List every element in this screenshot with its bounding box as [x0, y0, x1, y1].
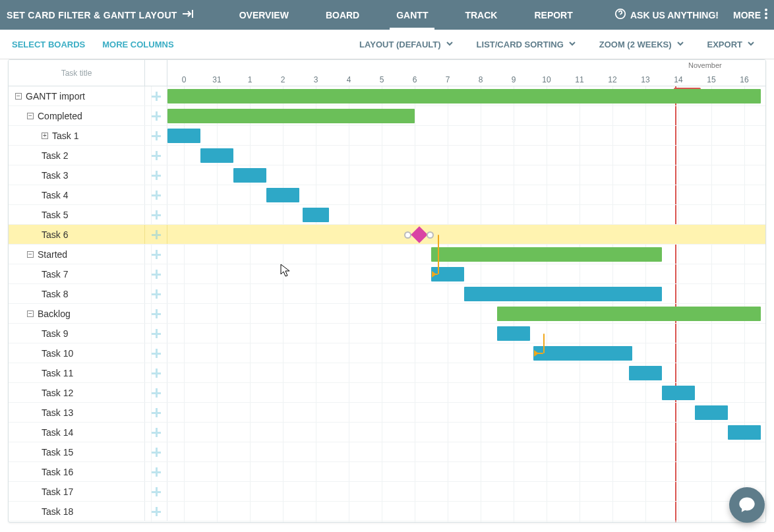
add-task-button[interactable]: [145, 264, 167, 283]
task-label[interactable]: −Completed: [9, 106, 145, 125]
timeline-cell[interactable]: [167, 185, 765, 204]
timeline-cell[interactable]: [167, 502, 765, 521]
milestone-handle-left[interactable]: [404, 231, 411, 239]
list-card-sorting-dropdown[interactable]: LIST/CARD SORTING: [477, 39, 577, 50]
timeline-cell[interactable]: [167, 324, 765, 343]
timeline-cell[interactable]: [167, 403, 765, 422]
gantt-bar[interactable]: [167, 109, 415, 123]
add-task-button[interactable]: [145, 343, 167, 363]
task-label[interactable]: +Task 1: [9, 126, 145, 145]
gantt-bar[interactable]: [167, 89, 761, 103]
export-dropdown[interactable]: EXPORT: [707, 39, 756, 50]
milestone-handle-right[interactable]: [427, 231, 434, 239]
add-task-button[interactable]: [145, 403, 167, 422]
tab-overview[interactable]: OVERVIEW: [221, 0, 307, 30]
task-label[interactable]: Task 3: [9, 165, 145, 185]
gantt-bar[interactable]: [533, 346, 632, 361]
task-label[interactable]: Task 15: [9, 442, 145, 461]
timeline-cell[interactable]: [167, 205, 765, 224]
gantt-bar[interactable]: [167, 129, 200, 143]
tab-gantt[interactable]: GANTT: [378, 0, 446, 30]
task-label[interactable]: Task 11: [9, 363, 145, 382]
chat-bubble-button[interactable]: [729, 487, 765, 523]
gantt-bar[interactable]: [266, 188, 299, 202]
add-task-button[interactable]: [145, 86, 167, 105]
timeline-cell[interactable]: [167, 284, 765, 303]
timeline-cell[interactable]: [167, 165, 765, 185]
task-label[interactable]: Task 7: [9, 264, 145, 283]
timeline-cell[interactable]: [167, 245, 765, 264]
gantt-bar[interactable]: [695, 405, 728, 420]
gantt-bar[interactable]: [497, 307, 761, 321]
timeline-cell[interactable]: [167, 264, 765, 283]
task-label[interactable]: −Backlog: [9, 304, 145, 323]
expander-icon[interactable]: −: [27, 113, 34, 119]
gantt-bar[interactable]: [431, 247, 662, 262]
expander-icon[interactable]: −: [27, 310, 34, 317]
select-boards-button[interactable]: SELECT BOARDS: [12, 40, 85, 49]
milestone-icon[interactable]: [411, 226, 427, 243]
expander-icon[interactable]: +: [42, 133, 48, 139]
task-label[interactable]: Task 17: [9, 482, 145, 501]
add-task-button[interactable]: [145, 106, 167, 125]
gantt-bar[interactable]: [662, 386, 695, 400]
add-task-button[interactable]: [145, 423, 167, 442]
timeline-cell[interactable]: [167, 462, 765, 481]
timeline-cell[interactable]: [167, 363, 765, 382]
add-task-button[interactable]: [145, 245, 167, 264]
expander-icon[interactable]: −: [27, 251, 34, 258]
task-label[interactable]: Task 5: [9, 205, 145, 224]
task-label[interactable]: Task 16: [9, 462, 145, 481]
timeline-cell[interactable]: [167, 304, 765, 323]
gantt-bar[interactable]: [233, 168, 266, 183]
gantt-bar[interactable]: [497, 326, 530, 341]
gantt-bar[interactable]: [464, 287, 662, 301]
add-task-button[interactable]: [145, 284, 167, 303]
tab-report[interactable]: REPORT: [516, 0, 591, 30]
add-task-button[interactable]: [145, 462, 167, 481]
task-label[interactable]: Task 9: [9, 324, 145, 343]
tab-track[interactable]: TRACK: [446, 0, 516, 30]
add-task-button[interactable]: [145, 185, 167, 204]
timeline-cell[interactable]: [167, 106, 765, 125]
timeline-cell[interactable]: [167, 343, 765, 363]
add-task-button[interactable]: [145, 126, 167, 145]
more-columns-button[interactable]: MORE COLUMNS: [102, 40, 173, 49]
gantt-bar[interactable]: [200, 148, 233, 163]
layout-default--dropdown[interactable]: LAYOUT (DEFAULT): [359, 39, 454, 50]
more-button[interactable]: MORE: [733, 9, 767, 21]
add-task-button[interactable]: [145, 304, 167, 323]
task-label[interactable]: Task 13: [9, 403, 145, 422]
add-task-button[interactable]: [145, 324, 167, 343]
task-label[interactable]: Task 2: [9, 146, 145, 165]
add-task-button[interactable]: [145, 225, 167, 244]
gantt-bar[interactable]: [728, 425, 761, 440]
timeline-cell[interactable]: [167, 423, 765, 442]
gantt-bar[interactable]: [629, 366, 662, 380]
timeline-cell[interactable]: [167, 126, 765, 145]
task-label[interactable]: Task 8: [9, 284, 145, 303]
add-task-button[interactable]: [145, 205, 167, 224]
add-task-button[interactable]: [145, 363, 167, 382]
timeline-cell[interactable]: [167, 146, 765, 165]
add-task-button[interactable]: [145, 383, 167, 402]
timeline-cell[interactable]: [167, 225, 765, 244]
ask-us-button[interactable]: ASK US ANYTHING!: [614, 8, 719, 22]
task-label[interactable]: Task 10: [9, 343, 145, 363]
add-task-button[interactable]: [145, 482, 167, 501]
filter-layout-button[interactable]: SET CARD FILTER & GANTT LAYOUT: [7, 9, 194, 21]
task-label[interactable]: Task 14: [9, 423, 145, 442]
task-label[interactable]: Task 18: [9, 502, 145, 521]
timeline-cell[interactable]: [167, 442, 765, 461]
add-task-button[interactable]: [145, 146, 167, 165]
task-label[interactable]: −Started: [9, 245, 145, 264]
zoom-2-weeks--dropdown[interactable]: ZOOM (2 WEEKS): [599, 39, 685, 50]
timeline-cell[interactable]: [167, 86, 765, 105]
add-task-button[interactable]: [145, 165, 167, 185]
task-label[interactable]: Task 6: [9, 225, 145, 244]
add-task-button[interactable]: [145, 442, 167, 461]
task-label[interactable]: −GANTT import: [9, 86, 145, 105]
task-label[interactable]: Task 4: [9, 185, 145, 204]
task-label[interactable]: Task 12: [9, 383, 145, 402]
tab-board[interactable]: BOARD: [307, 0, 378, 30]
